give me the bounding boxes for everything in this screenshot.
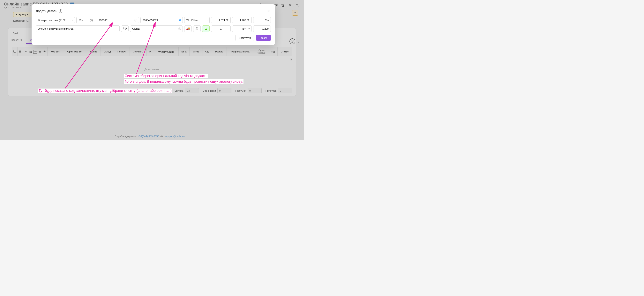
- cloud-icon-button[interactable]: ☁: [202, 25, 210, 32]
- price2-field[interactable]: [234, 19, 250, 22]
- cancel-button[interactable]: Скасувати: [235, 35, 254, 41]
- modal-row-1: Фільтри повітряні (#102… VIN 🕮 ⓘ ⧉ Wix F…: [36, 17, 271, 24]
- unit-select[interactable]: шт: [232, 25, 252, 32]
- schema-icon-button[interactable]: 品: [193, 25, 201, 32]
- price1-field[interactable]: [213, 19, 228, 22]
- copy-icon[interactable]: ⧉: [179, 19, 181, 22]
- part-code-field[interactable]: [99, 19, 137, 22]
- modal-footer: Скасувати Гаразд: [36, 35, 271, 41]
- filter-group-select[interactable]: Фільтри повітряні (#102…: [36, 17, 75, 24]
- catalog-button[interactable]: 🕮: [88, 17, 95, 24]
- warehouse-field[interactable]: [132, 27, 180, 30]
- help-circle-icon[interactable]: ?: [59, 9, 62, 13]
- qty-input[interactable]: [211, 25, 231, 32]
- annotation-1-line-2: його в рядок. В подальшому, можна буде п…: [124, 79, 244, 84]
- add-part-modal: Додати деталь ? ✕ Фільтри повітряні (#10…: [32, 4, 275, 45]
- discount-field[interactable]: [256, 19, 269, 22]
- warehouse-info-icon[interactable]: ⓘ: [178, 27, 181, 31]
- price2-input[interactable]: [232, 17, 252, 24]
- annotation-1-line-1: Система зберегла оригінальний код vin та…: [124, 74, 208, 78]
- modal-row-2: 💬 ⓘ 🚚 品 ☁ шт: [36, 25, 271, 32]
- annotation-2: Тут буде показано код запчастини, яку ми…: [38, 89, 172, 93]
- info-icon[interactable]: ⓘ: [134, 19, 137, 22]
- modal-title: Додати деталь ?: [36, 9, 62, 13]
- discount-input[interactable]: [253, 17, 271, 24]
- vin-button[interactable]: VIN: [76, 17, 86, 24]
- orig-code-field[interactable]: [142, 19, 180, 22]
- sum-input[interactable]: [253, 25, 271, 32]
- part-name-field[interactable]: [38, 27, 118, 30]
- part-name-input[interactable]: [36, 25, 120, 32]
- truck-icon-button[interactable]: 🚚: [184, 25, 192, 32]
- comment-icon-button[interactable]: 💬: [121, 25, 128, 32]
- sum-field[interactable]: [256, 27, 269, 30]
- qty-field[interactable]: [213, 27, 228, 30]
- warehouse-input[interactable]: ⓘ: [130, 25, 183, 32]
- orig-code-input[interactable]: ⧉: [140, 17, 183, 24]
- part-code-input[interactable]: ⓘ: [96, 17, 139, 24]
- modal-close-icon[interactable]: ✕: [266, 8, 271, 14]
- brand-select[interactable]: Wix Filters: [184, 17, 210, 24]
- price1-input[interactable]: [211, 17, 231, 24]
- ok-button[interactable]: Гаразд: [256, 35, 271, 41]
